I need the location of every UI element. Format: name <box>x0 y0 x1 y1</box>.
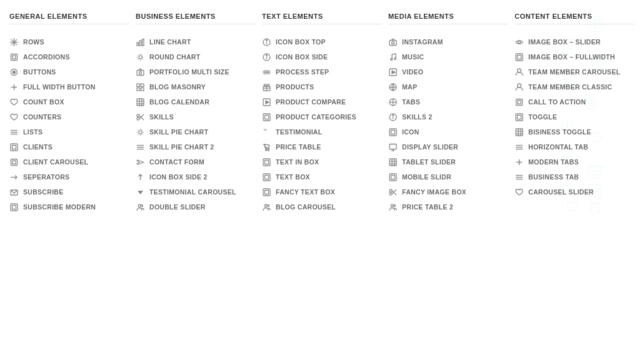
icon-contact-form <box>136 158 144 166</box>
svg-point-76 <box>264 204 267 207</box>
menu-item-icon-box-top[interactable]: ICON BOX TOP <box>262 34 382 49</box>
menu-item-instagram[interactable]: INSTAGRAM <box>388 34 508 49</box>
menu-item-rows[interactable]: ROWS <box>9 34 129 49</box>
menu-item-client-carousel[interactable]: CLIENT CAROUSEL <box>9 154 129 169</box>
icon-products <box>262 83 271 91</box>
menu-item-fancy-text-box[interactable]: FANCY TEXT BOX <box>262 184 382 199</box>
svg-point-108 <box>393 204 395 206</box>
label-clients: CLIENTS <box>23 143 53 151</box>
menu-item-buttons[interactable]: BUTTONS <box>9 64 129 79</box>
menu-item-skill-pie-chart-2[interactable]: SKILL PIE CHART 2 <box>136 139 256 154</box>
label-client-carousel: CLIENT CAROUSEL <box>23 158 88 166</box>
menu-item-testimonial-carousel[interactable]: TESTIMONIAL CAROUSEL <box>136 184 256 199</box>
menu-item-video[interactable]: VIDEO <box>388 64 508 79</box>
menu-item-accordions[interactable]: ACCORDIONS <box>9 49 129 64</box>
label-display-slider: DISPLAY SLIDER <box>402 143 458 151</box>
label-horizontal-tab: HORIZONTAL TAB <box>528 143 588 151</box>
label-products: PRODUCTS <box>276 83 314 91</box>
label-counters: COUNTERS <box>23 113 61 121</box>
label-contact-form: CONTACT FORM <box>149 158 204 166</box>
menu-item-business-tab[interactable]: BUSINESS TAB <box>515 169 635 184</box>
svg-point-26 <box>139 71 141 74</box>
menu-item-portfolio-multi[interactable]: PORTFOLIO MULTI SIZE <box>136 64 256 79</box>
menu-item-round-chart[interactable]: ROUND CHART <box>136 49 256 64</box>
menu-item-skills-2[interactable]: SKILLS 2 <box>388 109 508 124</box>
menu-item-subscribe[interactable]: SUBSCRIBE <box>9 184 129 199</box>
menu-item-counters[interactable]: COUNTERS <box>9 109 129 124</box>
menu-item-subscribe-modern[interactable]: SUBSCRIBE MODERN <box>9 199 129 214</box>
menu-item-image-box-fullwidth[interactable]: IMAGE BOX – FULLWIDTH <box>515 49 635 64</box>
icon-instagram <box>388 38 397 46</box>
column-business: BUSINESS ELEMENTSLINE CHARTROUND CHARTPO… <box>133 13 259 214</box>
menu-item-price-table-2[interactable]: PRICE TABLE 2 <box>388 199 508 214</box>
svg-rect-118 <box>516 129 523 136</box>
icon-image-box-slider <box>515 38 523 46</box>
menu-item-music[interactable]: MUSIC <box>388 49 508 64</box>
menu-item-line-chart[interactable]: LINE CHART <box>136 34 256 49</box>
menu-item-count-box[interactable]: COUNT BOX <box>9 94 129 109</box>
menu-item-text-in-box[interactable]: TEXT IN BOX <box>262 154 382 169</box>
icon-horizontal-tab <box>515 143 523 151</box>
menu-item-team-member-classic[interactable]: TEAM MEMBER CLASSIC <box>515 79 635 94</box>
menu-item-lists[interactable]: LISTS <box>9 124 129 139</box>
menu-item-icon-box-side-2[interactable]: ICON BOX SIDE 2 <box>136 169 256 184</box>
svg-rect-111 <box>517 55 521 59</box>
icon-video <box>388 68 397 76</box>
menu-item-skills[interactable]: SKILLS <box>136 109 256 124</box>
menu-item-products[interactable]: PRODUCTS <box>262 79 382 94</box>
menu-item-separators[interactable]: SEPERATORS <box>9 169 129 184</box>
menu-item-tablet-slider[interactable]: TABLET SLIDER <box>388 154 508 169</box>
icon-fancy-image-box <box>388 188 397 196</box>
menu-item-product-compare[interactable]: PRODUCT COMPARE <box>262 94 382 109</box>
label-video: VIDEO <box>402 68 423 76</box>
menu-item-mobile-slider[interactable]: MOBILE SLIDR <box>388 169 508 184</box>
label-testimonial-carousel: TESTIMONIAL CAROUSEL <box>149 188 236 196</box>
svg-point-69 <box>268 149 269 151</box>
svg-rect-72 <box>263 174 270 181</box>
menu-item-display-slider[interactable]: DISPLAY SLIDER <box>388 139 508 154</box>
svg-rect-117 <box>517 115 521 119</box>
menu-item-clients[interactable]: CLIENTS <box>9 139 129 154</box>
menu-item-blog-calendar[interactable]: BLOG CALENDAR <box>136 94 256 109</box>
menu-item-map[interactable]: MAP <box>388 79 508 94</box>
menu-item-horizontal-tab[interactable]: HORIZONTAL TAB <box>515 139 635 154</box>
menu-item-icon-box-side[interactable]: ICON BOX SIDE <box>262 49 382 64</box>
svg-rect-21 <box>137 43 139 46</box>
svg-point-46 <box>138 204 141 207</box>
label-portfolio-multi: PORTFOLIO MULTI SIZE <box>149 68 229 76</box>
menu-item-full-width-button[interactable]: FULL WIDTH BUTTON <box>9 79 129 94</box>
menu-item-business-toggle[interactable]: BISINESS TOGGLE <box>515 124 635 139</box>
menu-item-team-member-carousel[interactable]: TEAM MEMBER CAROUSEL <box>515 64 635 79</box>
label-modern-tabs: MODERN TABS <box>528 158 579 166</box>
menu-item-text-box[interactable]: TEXT BOX <box>262 169 382 184</box>
menu-item-testimonial[interactable]: "TESTIMONIAL <box>262 124 382 139</box>
menu-item-process-step[interactable]: PROCESS STEP <box>262 64 382 79</box>
svg-point-50 <box>266 39 267 41</box>
label-business-tab: BUSINESS TAB <box>528 173 579 181</box>
label-price-table: PRICE TABLE <box>276 143 321 151</box>
svg-point-79 <box>391 41 394 44</box>
menu-item-call-to-action[interactable]: CALL TO ACTION <box>515 94 635 109</box>
menu-item-skill-pie-chart[interactable]: SKILL PIE CHART <box>136 124 256 139</box>
menu-item-price-table[interactable]: PRICE TABLE <box>262 139 382 154</box>
svg-point-80 <box>390 58 392 60</box>
icon-skills <box>136 113 144 121</box>
label-product-compare: PRODUCT COMPARE <box>276 98 346 106</box>
icon-subscribe <box>9 188 18 196</box>
svg-rect-61 <box>267 84 269 86</box>
menu-item-blog-carousel[interactable]: BLOG CAROUSEL <box>262 199 382 214</box>
menu-item-toggle[interactable]: TOGGLE <box>515 109 635 124</box>
menu-item-modern-tabs[interactable]: MODERN TABS <box>515 154 635 169</box>
svg-rect-73 <box>264 175 268 179</box>
menu-item-contact-form[interactable]: CONTACT FORM <box>136 154 256 169</box>
menu-item-icon[interactable]: ICON <box>388 124 508 139</box>
menu-item-fancy-image-box[interactable]: FANCY IMAGE BOX <box>388 184 508 199</box>
menu-item-double-slider[interactable]: DOUBLE SLIDER <box>136 199 256 214</box>
svg-rect-115 <box>518 101 521 104</box>
label-rows: ROWS <box>23 38 44 46</box>
menu-item-blog-masonry[interactable]: BLOG MASONRY <box>136 79 256 94</box>
menu-item-product-categories[interactable]: PRODUCT CATEGORIES <box>262 109 382 124</box>
menu-item-carousel-slider[interactable]: CAROUSEL SLIDER <box>515 184 635 199</box>
menu-item-tabs[interactable]: TABS <box>388 94 508 109</box>
menu-item-image-box-slider[interactable]: IMAGE BOX – SLIDER <box>515 34 635 49</box>
